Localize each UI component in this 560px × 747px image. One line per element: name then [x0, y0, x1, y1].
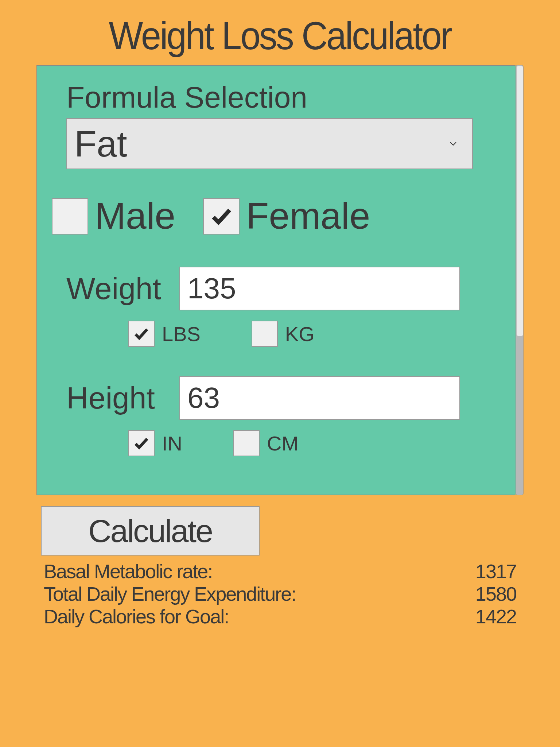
goal-label: Daily Calories for Goal:: [44, 605, 229, 628]
female-checkbox[interactable]: [203, 198, 240, 235]
kg-label: KG: [285, 322, 315, 346]
lbs-label: LBS: [162, 322, 201, 346]
female-label: Female: [246, 195, 370, 237]
calculate-button[interactable]: Calculate: [41, 506, 260, 556]
bmr-row: Basal Metabolic rate: 1317: [44, 560, 516, 582]
formula-selected: Fat: [74, 123, 127, 165]
male-checkbox[interactable]: [52, 198, 88, 235]
kg-checkbox[interactable]: [252, 321, 278, 347]
form-panel: Formula Selection Fat Male Female Weight…: [36, 65, 516, 495]
results-block: Basal Metabolic rate: 1317 Total Daily E…: [44, 560, 516, 628]
formula-dropdown[interactable]: Fat: [66, 118, 473, 169]
bmr-value: 1317: [475, 560, 516, 582]
goal-row: Daily Calories for Goal: 1422: [44, 605, 516, 628]
form-panel-wrap: Formula Selection Fat Male Female Weight…: [36, 65, 524, 495]
scrollbar-thumb[interactable]: [517, 66, 523, 336]
weight-input[interactable]: 135: [179, 267, 460, 310]
check-icon: [133, 325, 150, 342]
cm-label: CM: [267, 431, 299, 455]
check-icon: [133, 434, 150, 452]
lbs-checkbox[interactable]: [128, 321, 155, 347]
bmr-label: Basal Metabolic rate:: [44, 560, 212, 582]
tdee-value: 1580: [475, 582, 516, 605]
height-row: Height 63: [66, 376, 494, 420]
check-icon: [209, 204, 234, 228]
tdee-label: Total Daily Energy Expenditure:: [44, 582, 296, 605]
weight-row: Weight 135: [66, 267, 494, 310]
page-title: Weight Loss Calculator: [22, 0, 537, 58]
height-unit-row: IN CM: [128, 430, 494, 456]
weight-label: Weight: [66, 271, 179, 306]
height-input[interactable]: 63: [179, 376, 460, 420]
tdee-row: Total Daily Energy Expenditure: 1580: [44, 582, 516, 605]
formula-label: Formula Selection: [66, 80, 494, 115]
goal-value: 1422: [475, 605, 516, 628]
scrollbar[interactable]: [516, 65, 524, 495]
gender-row: Male Female: [52, 195, 494, 237]
in-label: IN: [162, 431, 182, 455]
in-checkbox[interactable]: [128, 430, 155, 456]
chevron-down-icon: [449, 139, 458, 148]
weight-unit-row: LBS KG: [128, 321, 494, 347]
height-label: Height: [66, 380, 179, 416]
male-label: Male: [95, 195, 175, 237]
cm-checkbox[interactable]: [233, 430, 260, 456]
